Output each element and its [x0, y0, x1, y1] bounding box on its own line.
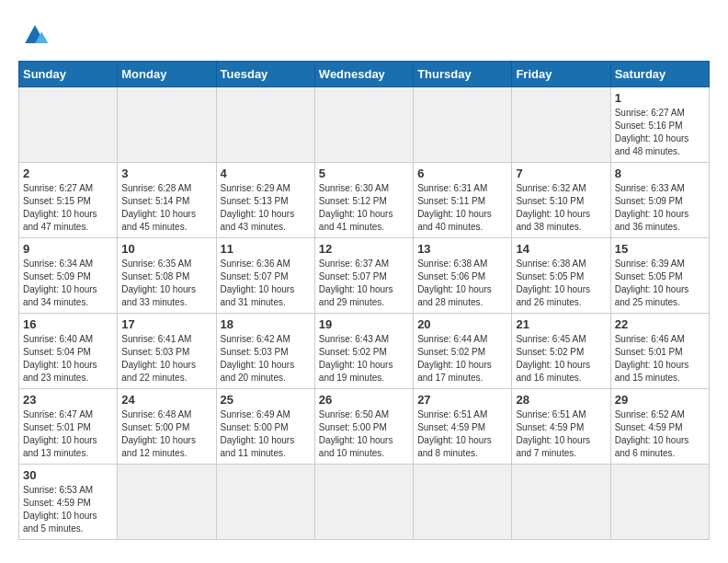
calendar-cell: 25Sunrise: 6:49 AM Sunset: 5:00 PM Dayli… [216, 389, 314, 465]
day-info: Sunrise: 6:29 AM Sunset: 5:13 PM Dayligh… [221, 182, 311, 234]
header [18, 18, 710, 52]
calendar-cell [610, 465, 709, 540]
calendar-cell: 10Sunrise: 6:35 AM Sunset: 5:08 PM Dayli… [118, 238, 216, 314]
calendar-cell [414, 87, 512, 163]
day-info: Sunrise: 6:41 AM Sunset: 5:03 PM Dayligh… [121, 333, 211, 385]
page: SundayMondayTuesdayWednesdayThursdayFrid… [0, 0, 728, 549]
day-number: 9 [23, 242, 113, 256]
day-info: Sunrise: 6:43 AM Sunset: 5:02 PM Dayligh… [319, 333, 409, 385]
calendar-cell: 7Sunrise: 6:32 AM Sunset: 5:10 PM Daylig… [512, 163, 610, 238]
day-info: Sunrise: 6:32 AM Sunset: 5:10 PM Dayligh… [516, 182, 606, 234]
calendar-cell: 6Sunrise: 6:31 AM Sunset: 5:11 PM Daylig… [414, 163, 512, 238]
day-info: Sunrise: 6:46 AM Sunset: 5:01 PM Dayligh… [615, 333, 705, 385]
calendar-cell: 30Sunrise: 6:53 AM Sunset: 4:59 PM Dayli… [19, 465, 118, 540]
day-info: Sunrise: 6:34 AM Sunset: 5:09 PM Dayligh… [23, 258, 113, 309]
weekday-header-row: SundayMondayTuesdayWednesdayThursdayFrid… [19, 62, 710, 87]
day-number: 16 [23, 317, 113, 331]
calendar-week-row: 30Sunrise: 6:53 AM Sunset: 4:59 PM Dayli… [19, 465, 710, 540]
calendar-cell [216, 465, 314, 540]
day-info: Sunrise: 6:40 AM Sunset: 5:04 PM Dayligh… [23, 333, 113, 385]
day-info: Sunrise: 6:33 AM Sunset: 5:09 PM Dayligh… [615, 182, 705, 234]
day-info: Sunrise: 6:45 AM Sunset: 5:02 PM Dayligh… [516, 333, 606, 385]
day-number: 30 [23, 468, 113, 482]
day-info: Sunrise: 6:30 AM Sunset: 5:12 PM Dayligh… [319, 182, 409, 234]
calendar-cell [314, 87, 413, 163]
day-info: Sunrise: 6:51 AM Sunset: 4:59 PM Dayligh… [417, 408, 507, 460]
day-info: Sunrise: 6:36 AM Sunset: 5:07 PM Dayligh… [221, 258, 311, 309]
calendar-cell: 11Sunrise: 6:36 AM Sunset: 5:07 PM Dayli… [216, 238, 314, 314]
day-info: Sunrise: 6:42 AM Sunset: 5:03 PM Dayligh… [221, 333, 311, 385]
day-number: 6 [417, 167, 507, 180]
day-number: 19 [319, 317, 409, 331]
calendar-cell: 13Sunrise: 6:38 AM Sunset: 5:06 PM Dayli… [414, 238, 512, 314]
day-info: Sunrise: 6:48 AM Sunset: 5:00 PM Dayligh… [121, 408, 211, 460]
day-number: 21 [516, 317, 606, 331]
weekday-header: Wednesday [314, 62, 413, 87]
calendar-cell: 14Sunrise: 6:38 AM Sunset: 5:05 PM Dayli… [512, 238, 610, 314]
day-number: 23 [23, 393, 113, 407]
logo [18, 18, 55, 52]
calendar-week-row: 16Sunrise: 6:40 AM Sunset: 5:04 PM Dayli… [19, 314, 710, 389]
weekday-header: Sunday [19, 62, 118, 87]
day-number: 2 [23, 167, 113, 180]
calendar-cell [118, 465, 216, 540]
calendar-cell: 1Sunrise: 6:27 AM Sunset: 5:16 PM Daylig… [610, 87, 709, 163]
day-info: Sunrise: 6:39 AM Sunset: 5:05 PM Dayligh… [615, 258, 705, 309]
calendar-week-row: 9Sunrise: 6:34 AM Sunset: 5:09 PM Daylig… [19, 238, 710, 314]
day-info: Sunrise: 6:38 AM Sunset: 5:05 PM Dayligh… [516, 258, 606, 309]
calendar-cell [118, 87, 216, 163]
day-number: 3 [121, 167, 211, 180]
day-number: 7 [516, 167, 606, 180]
calendar-cell: 23Sunrise: 6:47 AM Sunset: 5:01 PM Dayli… [19, 389, 118, 465]
day-info: Sunrise: 6:38 AM Sunset: 5:06 PM Dayligh… [417, 258, 507, 309]
day-number: 12 [319, 242, 409, 256]
calendar-cell: 5Sunrise: 6:30 AM Sunset: 5:12 PM Daylig… [314, 163, 413, 238]
calendar-cell: 26Sunrise: 6:50 AM Sunset: 5:00 PM Dayli… [314, 389, 413, 465]
weekday-header: Monday [118, 62, 216, 87]
calendar-cell: 17Sunrise: 6:41 AM Sunset: 5:03 PM Dayli… [118, 314, 216, 389]
calendar-week-row: 1Sunrise: 6:27 AM Sunset: 5:16 PM Daylig… [19, 87, 710, 163]
calendar-week-row: 23Sunrise: 6:47 AM Sunset: 5:01 PM Dayli… [19, 389, 710, 465]
calendar-cell: 2Sunrise: 6:27 AM Sunset: 5:15 PM Daylig… [19, 163, 118, 238]
day-number: 15 [615, 242, 705, 256]
weekday-header: Friday [512, 62, 610, 87]
day-number: 17 [121, 317, 211, 331]
calendar-week-row: 2Sunrise: 6:27 AM Sunset: 5:15 PM Daylig… [19, 163, 710, 238]
day-number: 28 [516, 393, 606, 407]
day-number: 20 [417, 317, 507, 331]
calendar-cell [314, 465, 413, 540]
calendar-cell: 16Sunrise: 6:40 AM Sunset: 5:04 PM Dayli… [19, 314, 118, 389]
day-info: Sunrise: 6:53 AM Sunset: 4:59 PM Dayligh… [23, 484, 113, 535]
day-number: 14 [516, 242, 606, 256]
day-number: 29 [615, 393, 705, 407]
day-number: 18 [221, 317, 311, 331]
calendar-cell: 9Sunrise: 6:34 AM Sunset: 5:09 PM Daylig… [19, 238, 118, 314]
calendar-cell: 8Sunrise: 6:33 AM Sunset: 5:09 PM Daylig… [610, 163, 709, 238]
calendar-cell [216, 87, 314, 163]
day-info: Sunrise: 6:51 AM Sunset: 4:59 PM Dayligh… [516, 408, 606, 460]
calendar-cell: 24Sunrise: 6:48 AM Sunset: 5:00 PM Dayli… [118, 389, 216, 465]
day-info: Sunrise: 6:27 AM Sunset: 5:15 PM Dayligh… [23, 182, 113, 234]
weekday-header: Thursday [414, 62, 512, 87]
day-info: Sunrise: 6:52 AM Sunset: 4:59 PM Dayligh… [615, 408, 705, 460]
day-info: Sunrise: 6:37 AM Sunset: 5:07 PM Dayligh… [319, 258, 409, 309]
day-number: 27 [417, 393, 507, 407]
calendar-cell: 18Sunrise: 6:42 AM Sunset: 5:03 PM Dayli… [216, 314, 314, 389]
weekday-header: Tuesday [216, 62, 314, 87]
calendar-cell: 21Sunrise: 6:45 AM Sunset: 5:02 PM Dayli… [512, 314, 610, 389]
day-number: 1 [615, 91, 705, 105]
weekday-header: Saturday [610, 62, 709, 87]
calendar-cell: 4Sunrise: 6:29 AM Sunset: 5:13 PM Daylig… [216, 163, 314, 238]
day-number: 4 [221, 167, 311, 180]
day-info: Sunrise: 6:44 AM Sunset: 5:02 PM Dayligh… [417, 333, 507, 385]
day-number: 25 [221, 393, 311, 407]
day-info: Sunrise: 6:27 AM Sunset: 5:16 PM Dayligh… [615, 107, 705, 158]
day-info: Sunrise: 6:49 AM Sunset: 5:00 PM Dayligh… [221, 408, 311, 460]
calendar-cell: 19Sunrise: 6:43 AM Sunset: 5:02 PM Dayli… [314, 314, 413, 389]
calendar: SundayMondayTuesdayWednesdayThursdayFrid… [18, 61, 710, 540]
day-number: 8 [615, 167, 705, 180]
day-number: 11 [221, 242, 311, 256]
calendar-cell: 20Sunrise: 6:44 AM Sunset: 5:02 PM Dayli… [414, 314, 512, 389]
day-number: 13 [417, 242, 507, 256]
day-number: 26 [319, 393, 409, 407]
